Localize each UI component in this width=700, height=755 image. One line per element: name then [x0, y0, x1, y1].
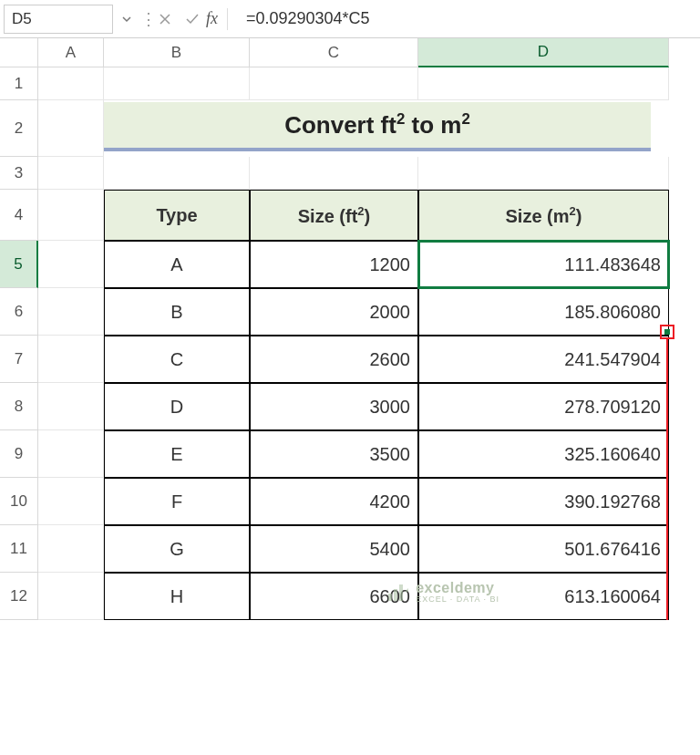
table-cell-type[interactable]: H	[104, 573, 250, 620]
table-header-size-m[interactable]: Size (m2)	[418, 190, 669, 241]
table-header-size-ft[interactable]: Size (ft2)	[250, 190, 418, 241]
cancel-icon[interactable]	[151, 5, 179, 34]
fill-handle-highlight	[660, 325, 674, 339]
table-cell-ft[interactable]: 2600	[250, 336, 418, 383]
table-cell-type[interactable]: G	[104, 525, 250, 573]
row-header-5[interactable]: 5	[0, 241, 38, 288]
cell[interactable]	[38, 573, 104, 620]
row-header-11[interactable]: 11	[0, 525, 38, 573]
divider	[227, 8, 228, 30]
row-header-4[interactable]: 4	[0, 190, 38, 241]
row-header-8[interactable]: 8	[0, 383, 38, 430]
table-cell-type[interactable]: C	[104, 336, 250, 383]
chart-icon	[386, 583, 410, 603]
table-cell-ft[interactable]: 3500	[250, 430, 418, 478]
table-header-type[interactable]: Type	[104, 190, 250, 241]
name-box-dropdown[interactable]	[113, 14, 140, 25]
cell[interactable]	[38, 157, 104, 190]
cell[interactable]	[38, 478, 104, 525]
table-cell-ft[interactable]: 5400	[250, 525, 418, 573]
select-all-corner[interactable]	[0, 38, 38, 67]
table-cell-m[interactable]: 241.547904	[418, 336, 669, 383]
confirm-icon[interactable]	[179, 5, 206, 34]
fx-label[interactable]: fx	[206, 9, 225, 28]
svg-rect-2	[399, 584, 403, 601]
title-cell[interactable]: Convert ft2 to m2	[104, 102, 651, 151]
formula-bar: D5 ⋮ fx =0.09290304*C5	[0, 0, 700, 38]
cell[interactable]	[250, 67, 418, 100]
row-header-1[interactable]: 1	[0, 67, 38, 100]
selected-cell-d5[interactable]: 111.483648	[418, 241, 669, 288]
cell[interactable]	[38, 525, 104, 573]
table-cell-m[interactable]: 278.709120	[418, 383, 669, 430]
cell[interactable]	[38, 336, 104, 383]
name-box[interactable]: D5	[4, 5, 113, 34]
table-cell-ft[interactable]: 1200	[250, 241, 418, 288]
table-cell-ft[interactable]: 4200	[250, 478, 418, 525]
cell[interactable]	[38, 383, 104, 430]
col-header-a[interactable]: A	[38, 38, 104, 67]
autofill-arrow-icon	[666, 339, 668, 620]
separator: ⋮	[140, 9, 151, 29]
row-header-6[interactable]: 6	[0, 288, 38, 336]
svg-rect-0	[388, 594, 392, 601]
cell[interactable]	[418, 157, 669, 190]
watermark: exceldemy EXCEL · DATA · BI	[386, 581, 499, 604]
cell[interactable]	[38, 288, 104, 336]
cell[interactable]	[38, 190, 104, 241]
table-cell-type[interactable]: E	[104, 430, 250, 478]
table-cell-m[interactable]: 185.806080	[418, 288, 669, 336]
table-cell-ft[interactable]: 3000	[250, 383, 418, 430]
page-title: Convert ft2 to m2	[284, 110, 470, 140]
cell[interactable]	[38, 241, 104, 288]
table-cell-type[interactable]: F	[104, 478, 250, 525]
table-cell-m[interactable]: 501.676416	[418, 525, 669, 573]
cell[interactable]	[38, 100, 104, 157]
col-header-c[interactable]: C	[250, 38, 418, 67]
spreadsheet-grid: A B C D 1 2 3 4 5 6 7 8 9 10 11 12 Conve…	[0, 38, 700, 620]
table-cell-type[interactable]: B	[104, 288, 250, 336]
cell[interactable]	[250, 157, 418, 190]
table-cell-type[interactable]: D	[104, 383, 250, 430]
table-cell-type[interactable]: A	[104, 241, 250, 288]
row-header-10[interactable]: 10	[0, 478, 38, 525]
table-cell-ft[interactable]: 2000	[250, 288, 418, 336]
row-header-2[interactable]: 2	[0, 100, 38, 157]
cell[interactable]	[38, 67, 104, 100]
svg-rect-1	[394, 589, 397, 601]
watermark-brand: exceldemy	[416, 581, 499, 595]
row-header-12[interactable]: 12	[0, 573, 38, 620]
table-cell-m[interactable]: 325.160640	[418, 430, 669, 478]
row-header-7[interactable]: 7	[0, 336, 38, 383]
cell[interactable]	[418, 67, 669, 100]
table-cell-m[interactable]: 390.192768	[418, 478, 669, 525]
row-header-3[interactable]: 3	[0, 157, 38, 190]
row-header-9[interactable]: 9	[0, 430, 38, 478]
cell[interactable]	[38, 430, 104, 478]
watermark-sub: EXCEL · DATA · BI	[416, 595, 499, 604]
col-header-b[interactable]: B	[104, 38, 250, 67]
cell[interactable]	[104, 157, 250, 190]
formula-input[interactable]: =0.09290304*C5	[230, 9, 696, 28]
col-header-d[interactable]: D	[418, 38, 669, 67]
cell[interactable]	[104, 67, 250, 100]
cell-reference: D5	[12, 10, 32, 28]
